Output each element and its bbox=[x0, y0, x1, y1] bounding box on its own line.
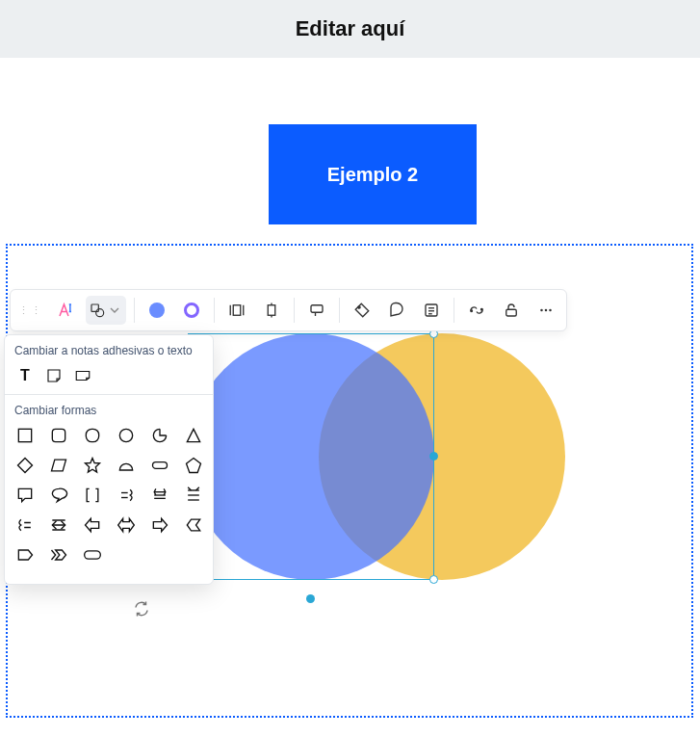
svg-rect-21 bbox=[18, 429, 31, 441]
shape-speech-rect[interactable] bbox=[14, 485, 36, 506]
popover-section1-label: Cambiar a notas adhesivas o texto bbox=[5, 335, 213, 361]
shape-selection-box bbox=[188, 333, 434, 580]
ai-button[interactable] bbox=[51, 296, 80, 325]
shape-squircle[interactable] bbox=[82, 425, 103, 446]
svg-point-24 bbox=[119, 429, 132, 441]
shape-pentagon[interactable] bbox=[183, 455, 204, 476]
shape-semi-arc[interactable] bbox=[116, 455, 137, 476]
svg-point-18 bbox=[540, 309, 543, 312]
data-button[interactable] bbox=[417, 296, 446, 325]
shape-chevron-left[interactable] bbox=[183, 514, 204, 536]
shape-triangle[interactable] bbox=[183, 425, 204, 446]
chevron-down-icon bbox=[107, 303, 122, 318]
shape-grid bbox=[5, 421, 213, 584]
svg-point-10 bbox=[358, 306, 360, 308]
separator bbox=[294, 298, 295, 323]
shape-type-dropdown[interactable] bbox=[86, 296, 126, 325]
fill-color-icon bbox=[149, 303, 165, 318]
shape-picker-popover: Cambiar a notas adhesivas o texto T Camb… bbox=[4, 334, 214, 585]
lock-button[interactable] bbox=[497, 296, 526, 325]
shape-star[interactable] bbox=[82, 455, 103, 476]
page-title: Editar aquí bbox=[296, 16, 405, 41]
svg-rect-25 bbox=[153, 462, 168, 469]
separator bbox=[134, 298, 135, 323]
shape-stadium[interactable] bbox=[149, 455, 170, 476]
context-toolbar: ⋮⋮ bbox=[10, 289, 567, 331]
shape-arrow-left[interactable] bbox=[82, 514, 103, 536]
canvas[interactable]: Ejemplo 2 ⋮⋮ bbox=[0, 58, 700, 737]
sticky-note-wide[interactable] bbox=[72, 365, 93, 386]
shape-arrow-right[interactable] bbox=[149, 514, 170, 536]
stroke-color-button[interactable] bbox=[177, 296, 206, 325]
rotate-handle[interactable] bbox=[133, 600, 150, 618]
separator bbox=[339, 298, 340, 323]
tag-button[interactable] bbox=[348, 296, 376, 325]
shape-brackets[interactable] bbox=[82, 485, 103, 506]
comment-button[interactable] bbox=[382, 296, 411, 325]
svg-point-19 bbox=[545, 309, 548, 312]
stroke-color-icon bbox=[184, 303, 199, 318]
shape-parallelogram[interactable] bbox=[48, 455, 69, 476]
svg-point-1 bbox=[96, 309, 104, 317]
edge-handle-bottom[interactable] bbox=[306, 594, 315, 603]
shape-struck[interactable] bbox=[149, 485, 170, 506]
svg-point-16 bbox=[481, 309, 483, 311]
width-fit-button[interactable] bbox=[222, 296, 251, 325]
svg-rect-17 bbox=[506, 309, 517, 316]
shape-brace-right[interactable] bbox=[14, 514, 36, 536]
separator bbox=[214, 298, 215, 323]
shape-overline-eq[interactable] bbox=[183, 485, 204, 506]
sticky-note-small[interactable] bbox=[43, 365, 65, 386]
svg-rect-23 bbox=[86, 429, 98, 441]
text-tool[interactable]: T bbox=[14, 365, 36, 386]
shape-double-chevron[interactable] bbox=[48, 544, 69, 566]
shape-circle[interactable] bbox=[116, 425, 137, 446]
svg-rect-5 bbox=[268, 305, 275, 316]
fill-color-button[interactable] bbox=[143, 296, 171, 325]
svg-rect-22 bbox=[52, 429, 65, 441]
svg-point-15 bbox=[471, 310, 473, 312]
separator bbox=[454, 298, 454, 323]
link-button[interactable] bbox=[462, 296, 491, 325]
shape-arrow-leftright[interactable] bbox=[116, 514, 137, 536]
resize-handle-bottom-right[interactable] bbox=[429, 575, 438, 584]
shape-brace-equal[interactable] bbox=[116, 485, 137, 506]
svg-rect-2 bbox=[233, 305, 241, 316]
shape-rounded-square[interactable] bbox=[48, 425, 69, 446]
example-shape-label: Ejemplo 2 bbox=[327, 164, 418, 186]
shape-target[interactable] bbox=[149, 425, 170, 446]
shape-double-arrow-both[interactable] bbox=[48, 514, 69, 536]
shape-tag-right[interactable] bbox=[14, 544, 36, 566]
example-shape-rect[interactable]: Ejemplo 2 bbox=[269, 124, 477, 224]
popover-section2-label: Cambiar formas bbox=[5, 395, 213, 421]
svg-rect-8 bbox=[311, 305, 323, 313]
shape-square[interactable] bbox=[14, 425, 36, 446]
shape-diamond[interactable] bbox=[14, 455, 36, 476]
caption-button[interactable] bbox=[302, 296, 331, 325]
drag-handle-icon[interactable]: ⋮⋮ bbox=[16, 306, 45, 315]
more-button[interactable] bbox=[531, 296, 560, 325]
header: Editar aquí bbox=[0, 0, 700, 58]
svg-point-20 bbox=[549, 309, 552, 312]
shape-speech-bubble[interactable] bbox=[48, 485, 69, 506]
height-fit-button[interactable] bbox=[257, 296, 286, 325]
edge-handle-right[interactable] bbox=[429, 452, 438, 461]
shape-stadium-pill[interactable] bbox=[82, 544, 103, 566]
